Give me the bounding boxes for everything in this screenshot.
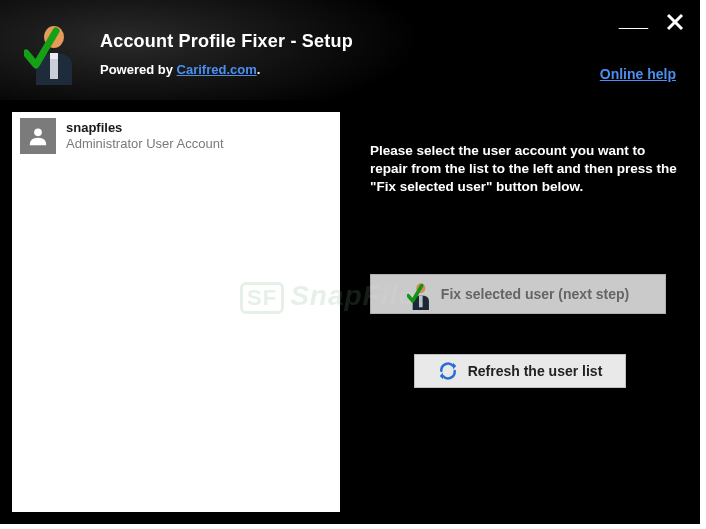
svg-rect-2 <box>50 53 58 59</box>
businessman-check-icon <box>407 282 431 306</box>
refresh-user-list-button[interactable]: Refresh the user list <box>414 354 626 388</box>
close-icon <box>666 13 684 31</box>
svg-point-5 <box>34 128 42 136</box>
user-role: Administrator User Account <box>66 136 224 152</box>
powered-by-prefix: Powered by <box>100 62 177 77</box>
powered-by-link[interactable]: Carifred.com <box>177 62 257 77</box>
app-window: Account Profile Fixer - Setup Powered by… <box>0 0 700 524</box>
user-list[interactable]: snapfiles Administrator User Account <box>12 112 340 512</box>
instruction-text: Please select the user account you want … <box>370 142 688 197</box>
refresh-arrows-icon <box>438 361 458 381</box>
user-text: snapfiles Administrator User Account <box>66 120 224 153</box>
title-block: Account Profile Fixer - Setup Powered by… <box>100 31 353 77</box>
person-icon <box>20 118 56 154</box>
minimize-button[interactable]: __ <box>619 4 648 30</box>
svg-marker-8 <box>453 363 456 370</box>
online-help-link[interactable]: Online help <box>600 66 676 82</box>
refresh-button-label: Refresh the user list <box>468 363 603 379</box>
window-controls: __ <box>619 10 684 36</box>
header-bar: Account Profile Fixer - Setup Powered by… <box>0 0 700 100</box>
user-name: snapfiles <box>66 120 224 136</box>
powered-by: Powered by Carifred.com. <box>100 62 353 77</box>
svg-rect-7 <box>419 296 423 308</box>
powered-by-suffix: . <box>257 62 261 77</box>
close-button[interactable] <box>666 13 684 34</box>
right-pane: Please select the user account you want … <box>370 112 688 512</box>
fix-button-label: Fix selected user (next step) <box>441 286 629 302</box>
body: snapfiles Administrator User Account Ple… <box>0 100 700 524</box>
svg-marker-9 <box>439 373 442 380</box>
user-list-item[interactable]: snapfiles Administrator User Account <box>12 112 340 160</box>
window-title: Account Profile Fixer - Setup <box>100 31 353 52</box>
app-logo-icon <box>24 23 76 85</box>
fix-selected-user-button[interactable]: Fix selected user (next step) <box>370 274 666 314</box>
